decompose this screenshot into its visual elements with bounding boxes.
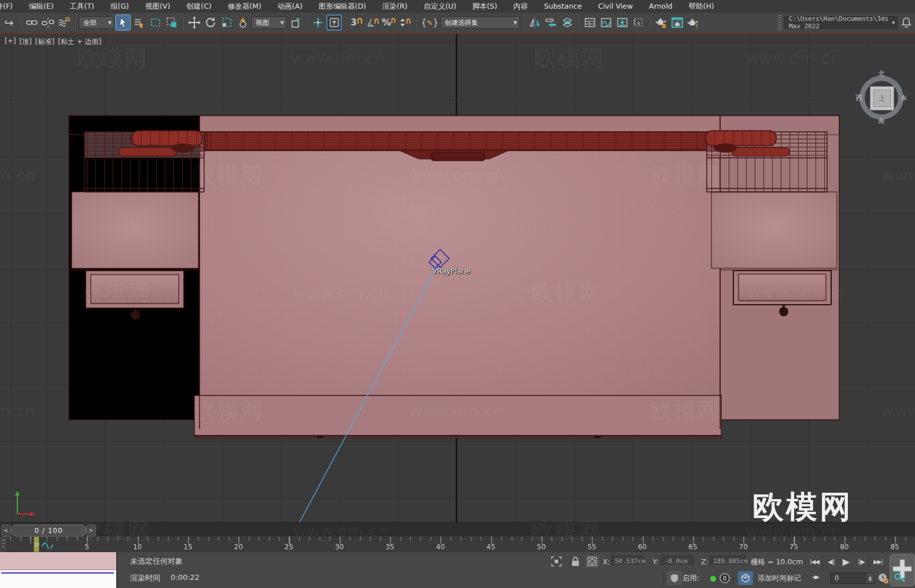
go-to-end-button[interactable]: ▶▶|	[871, 554, 885, 568]
menu-rendering[interactable]: 渲染(R)	[374, 0, 415, 13]
time-slider-prev-button[interactable]: <	[1, 524, 11, 537]
rendered-frame-window-button[interactable]	[669, 14, 685, 31]
placement-helper-button[interactable]: x	[630, 14, 646, 31]
add-time-tag[interactable]: 添加时间标记	[758, 574, 801, 583]
time-slider[interactable]: 0 / 100	[11, 524, 86, 537]
scene-explorer-button[interactable]	[582, 14, 597, 31]
isolate-selection-toggle[interactable]	[549, 555, 563, 568]
named-selection-sets-dropdown[interactable]: 创建选择集▼	[440, 16, 520, 29]
viewport-menu-general[interactable]: [+]	[5, 37, 16, 47]
select-move-button[interactable]	[186, 14, 202, 31]
time-tag-cube-button[interactable]	[738, 571, 753, 585]
toolbar-drag-handle[interactable]	[778, 14, 782, 31]
viewcube-west-label[interactable]: 西	[854, 94, 864, 102]
menu-file[interactable]: 文件(F)	[0, 0, 21, 13]
frame-spinner[interactable]: ▲▼	[866, 573, 874, 583]
selection-lock-toggle[interactable]	[569, 555, 582, 568]
selection-filter-dropdown[interactable]: 全部▼	[79, 16, 115, 29]
viewcube-north-label[interactable]: 北	[877, 69, 886, 78]
bed-model[interactable]	[0, 34, 915, 522]
percent-snap-button[interactable]: %	[381, 14, 397, 31]
use-pivot-center-button[interactable]	[287, 14, 303, 31]
toolbar-separator	[578, 15, 579, 30]
redo-icon[interactable]: ↪	[1, 14, 17, 31]
menu-modifiers[interactable]: 修改器(M)	[220, 0, 270, 13]
viewport-menu-shading[interactable]: [粘土 + 边面]	[58, 37, 101, 47]
project-folder-dropdown[interactable]: C:\Users\Han\Documents\3ds Max 2022▼	[784, 16, 898, 29]
maxscript-macro-recorder[interactable]	[0, 552, 117, 570]
render-production-button[interactable]	[685, 14, 701, 31]
menu-tools[interactable]: 工具(T)	[62, 0, 102, 13]
layer-manager-button[interactable]	[559, 14, 575, 31]
go-to-start-button[interactable]: |◀◀	[807, 554, 821, 568]
previous-frame-button[interactable]: ◀||	[825, 554, 837, 568]
spinner-snap-button[interactable]	[397, 14, 413, 31]
time-slider-next-button[interactable]: >	[86, 524, 96, 537]
render-setup-button[interactable]	[653, 14, 669, 31]
menu-edit[interactable]: 编辑(E)	[21, 0, 62, 13]
menu-views[interactable]: 视图(V)	[137, 0, 178, 13]
viewport-menu-pov[interactable]: [顶]	[19, 37, 31, 47]
unlink-icon[interactable]	[40, 14, 56, 31]
mirror-button[interactable]	[527, 14, 543, 31]
align-button[interactable]	[543, 14, 559, 31]
menu-content[interactable]: 内容	[506, 0, 536, 13]
time-configuration-button[interactable]	[877, 572, 890, 585]
trackbar-splitter[interactable]	[0, 537, 8, 552]
adaptive-degradation-button[interactable]	[667, 571, 682, 585]
link-icon[interactable]	[24, 14, 39, 31]
maxscript-mini-listener[interactable]	[0, 570, 117, 588]
key-mode-toggle[interactable]: ◀▶	[812, 574, 819, 580]
viewport-top[interactable]: [+] [顶] [标准] [粘土 + 边面] VRayPlane 上 北 南 西…	[0, 34, 915, 522]
ref-coordsys-dropdown[interactable]: 视图▼	[251, 16, 287, 29]
menu-scripting[interactable]: 脚本(S)	[464, 0, 506, 13]
curve-editor-button[interactable]	[598, 14, 614, 31]
absolute-offset-mode-toggle[interactable]	[585, 555, 599, 568]
snap-toggle-3d-button[interactable]: 3	[349, 14, 364, 31]
z-coord-label: Z:	[701, 557, 709, 566]
z-coord-field[interactable]: 189.885cm	[710, 556, 746, 566]
add-key-button[interactable]	[890, 554, 915, 586]
viewcube[interactable]: 上 北 南 西 东	[854, 71, 909, 125]
select-rotate-button[interactable]	[202, 14, 218, 31]
ruler-tick-label: 65	[688, 543, 697, 551]
menu-customize[interactable]: 自定义(U)	[415, 0, 464, 13]
notification-bell-icon[interactable]	[898, 14, 914, 31]
viewcube-east-label[interactable]: 东	[899, 94, 909, 102]
window-crossing-button[interactable]	[164, 14, 179, 31]
menu-create[interactable]: 创建(C)	[178, 0, 219, 13]
chevron-down-icon: ▼	[105, 20, 112, 25]
track-bar[interactable]: 0510152025303540455055606570758085 ≡	[0, 537, 915, 553]
mini-curve-editor-button[interactable]: ≡	[30, 537, 58, 552]
select-by-name-button[interactable]	[131, 14, 147, 31]
next-frame-button[interactable]: ||▶	[855, 554, 868, 568]
angle-snap-button[interactable]	[365, 14, 381, 31]
rect-selection-region-button[interactable]	[147, 14, 163, 31]
menu-help[interactable]: 帮助(H)	[681, 0, 722, 13]
menu-graph-editors[interactable]: 图形编辑器(D)	[311, 0, 374, 13]
current-frame-field[interactable]: 0 ▲▼	[831, 572, 875, 584]
schematic-view-button[interactable]	[614, 14, 630, 31]
viewport-menu-renderer[interactable]: [标准]	[35, 37, 54, 47]
play-button[interactable]: ▶	[839, 554, 854, 568]
menu-group[interactable]: 组(G)	[102, 0, 137, 13]
viewcube-top-face[interactable]: 上	[870, 86, 894, 110]
ruler-tick-label: 15	[183, 543, 192, 551]
viewcube-south-label[interactable]: 南	[877, 117, 886, 125]
render-time-label: 渲染时间	[130, 573, 160, 583]
select-place-button[interactable]	[235, 14, 250, 31]
keyboard-override-button[interactable]	[326, 14, 342, 31]
edit-named-selections-button[interactable]: {✎}	[420, 14, 440, 31]
menu-arnold[interactable]: Arnold	[641, 0, 680, 13]
menu-civil-view[interactable]: Civil View	[590, 0, 641, 13]
select-manipulate-button[interactable]	[310, 14, 326, 31]
menu-substance[interactable]: Substance	[536, 0, 590, 13]
select-scale-button[interactable]	[219, 14, 234, 31]
separator	[663, 571, 664, 585]
menu-animation[interactable]: 动画(A)	[270, 0, 311, 13]
select-object-button[interactable]	[115, 14, 131, 31]
time-slider-row: < 0 / 100 >	[0, 522, 915, 537]
x-coord-field[interactable]: 50.537cm	[611, 556, 644, 566]
y-coord-field[interactable]: -0.0cm	[661, 556, 693, 566]
bind-spacewarp-icon[interactable]	[56, 14, 72, 31]
